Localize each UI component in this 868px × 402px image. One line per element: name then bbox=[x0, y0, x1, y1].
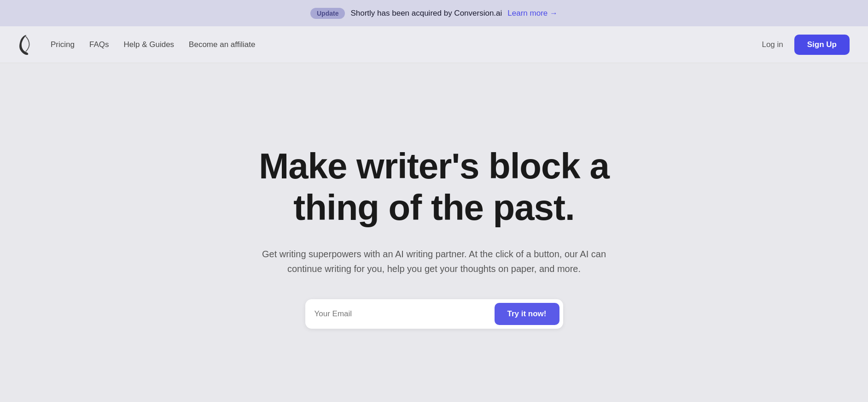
logo[interactable] bbox=[18, 34, 32, 55]
hero-section: Make writer's block a thing of the past.… bbox=[0, 63, 868, 402]
nav-link-pricing[interactable]: Pricing bbox=[51, 40, 75, 49]
signup-button[interactable]: Sign Up bbox=[794, 35, 850, 55]
learn-more-link[interactable]: Learn more → bbox=[507, 9, 558, 18]
try-it-now-button[interactable]: Try it now! bbox=[495, 303, 559, 325]
nav-link-help-guides[interactable]: Help & Guides bbox=[123, 40, 174, 49]
announcement-text: Shortly has been acquired by Conversion.… bbox=[350, 9, 502, 18]
logo-icon bbox=[18, 34, 32, 55]
navbar: Pricing FAQs Help & Guides Become an aff… bbox=[0, 26, 868, 63]
hero-subtitle: Get writing superpowers with an AI writi… bbox=[259, 247, 609, 276]
email-input[interactable] bbox=[315, 306, 495, 322]
nav-link-faqs[interactable]: FAQs bbox=[89, 40, 109, 49]
nav-link-affiliate[interactable]: Become an affiliate bbox=[189, 40, 255, 49]
announcement-banner: Update Shortly has been acquired by Conv… bbox=[0, 0, 868, 26]
email-form: Try it now! bbox=[305, 299, 563, 329]
login-link[interactable]: Log in bbox=[762, 40, 783, 49]
nav-left: Pricing FAQs Help & Guides Become an aff… bbox=[18, 34, 255, 55]
nav-links: Pricing FAQs Help & Guides Become an aff… bbox=[51, 40, 255, 49]
hero-title: Make writer's block a thing of the past. bbox=[227, 146, 641, 228]
update-badge: Update bbox=[310, 8, 345, 19]
nav-right: Log in Sign Up bbox=[762, 35, 850, 55]
